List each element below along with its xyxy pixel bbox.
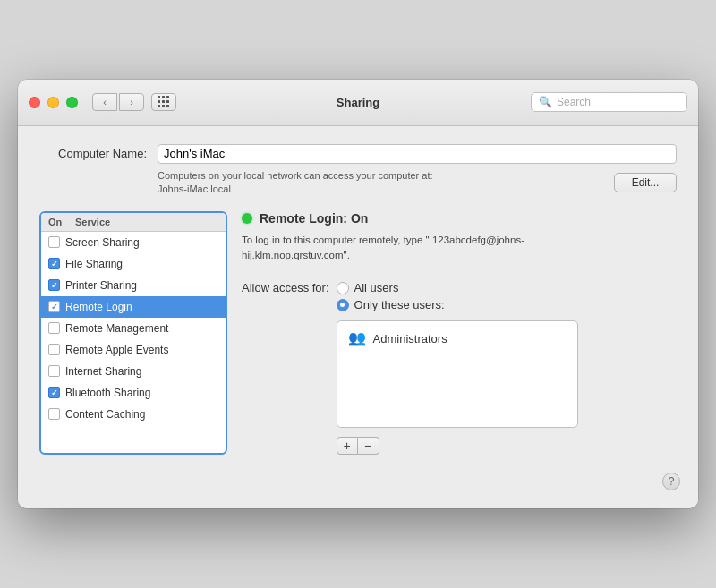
search-icon: 🔍 [539,96,552,108]
address-line1: Computers on your local network can acce… [158,170,433,181]
internet-sharing-label: Internet Sharing [65,365,218,378]
service-row[interactable]: Remote Management [41,318,226,339]
search-input[interactable] [557,96,679,108]
content-area: Computer Name: Computers on your local n… [18,126,698,473]
services-header: On Service [41,213,226,232]
file-sharing-checkbox[interactable] [48,258,60,269]
remote-login-checkbox[interactable] [48,301,60,312]
user-group-icon: 👥 [348,329,366,347]
service-row[interactable]: File Sharing [41,253,226,275]
col-on-header: On [48,217,75,227]
forward-button[interactable]: › [119,93,144,111]
access-label: Allow access for: [242,281,329,294]
address-row: Computers on your local network can acce… [39,169,677,197]
content-caching-label: Content Caching [65,408,218,421]
computer-name-input[interactable] [158,144,677,164]
address-text: Computers on your local network can acce… [158,169,433,197]
desc-line1: To log in to this computer remotely, typ… [242,234,524,245]
back-button[interactable]: ‹ [92,93,117,111]
main-section: On Service Screen Sharing File Sharing P… [39,211,677,456]
printer-sharing-checkbox[interactable] [48,279,60,291]
search-box[interactable]: 🔍 [531,92,687,112]
detail-panel: Remote Login: On To log in to this compu… [242,211,677,456]
status-dot-green [242,213,252,224]
internet-sharing-checkbox[interactable] [48,365,60,377]
service-row[interactable]: Remote Apple Events [41,339,226,361]
access-row: Allow access for: All users Only these u… [242,281,677,455]
remote-login-label: Remote Login [65,301,218,313]
access-radio-group: All users Only these users: 👥 Administra… [337,281,578,455]
list-item[interactable]: 👥 Administrators [343,327,572,350]
radio-all-users[interactable]: All users [337,281,578,294]
screen-sharing-label: Screen Sharing [65,236,218,249]
radio-these-icon [337,299,349,311]
file-sharing-label: File Sharing [65,258,218,270]
traffic-lights [29,97,78,108]
address-line2: Johns-iMac.local [158,183,231,194]
users-list: 👥 Administrators [337,320,578,428]
radio-these-users[interactable]: Only these users: [337,298,578,311]
grid-icon [158,96,170,108]
grid-view-button[interactable] [151,93,176,111]
status-description: To log in to this computer remotely, typ… [242,233,677,264]
computer-name-row: Computer Name: [39,144,677,164]
list-buttons: + − [337,437,578,455]
service-row[interactable]: Bluetooth Sharing [41,382,226,404]
window-title: Sharing [337,96,379,109]
help-button[interactable]: ? [662,473,680,490]
remove-user-button[interactable]: − [358,437,379,455]
close-button[interactable] [29,97,40,108]
status-row: Remote Login: On [242,211,677,226]
remote-mgmt-label: Remote Management [65,322,218,335]
service-row-selected[interactable]: Remote Login [41,296,226,318]
status-title: Remote Login: On [260,211,368,226]
service-row[interactable]: Internet Sharing [41,361,226,382]
remote-apple-events-checkbox[interactable] [48,344,60,355]
computer-name-label: Computer Name: [39,147,147,160]
desc-line2: hij.klm.nop.qrstuv.com". [242,250,350,260]
bluetooth-sharing-label: Bluetooth Sharing [65,387,218,399]
minimize-button[interactable] [47,97,59,108]
service-row[interactable]: Content Caching [41,404,226,425]
radio-all-label: All users [354,281,399,294]
service-row[interactable]: Printer Sharing [41,275,226,296]
maximize-button[interactable] [66,97,78,108]
bluetooth-sharing-checkbox[interactable] [48,387,60,398]
remote-apple-events-label: Remote Apple Events [65,344,218,356]
sharing-window: ‹ › Sharing 🔍 Computer Name: Computers o… [18,80,698,508]
printer-sharing-label: Printer Sharing [65,279,218,292]
bottom-bar: ? [18,473,698,508]
radio-these-label: Only these users: [354,298,445,311]
screen-sharing-checkbox[interactable] [48,236,60,248]
add-user-button[interactable]: + [337,437,358,455]
user-name: Administrators [373,332,448,345]
remote-mgmt-checkbox[interactable] [48,322,60,334]
service-row[interactable]: Screen Sharing [41,232,226,253]
titlebar: ‹ › Sharing 🔍 [18,80,698,126]
services-panel: On Service Screen Sharing File Sharing P… [39,211,227,456]
nav-buttons: ‹ › [92,93,144,111]
content-caching-checkbox[interactable] [48,408,60,420]
radio-all-icon [337,282,349,294]
col-service-header: Service [75,217,218,227]
edit-button[interactable]: Edit... [614,173,677,192]
